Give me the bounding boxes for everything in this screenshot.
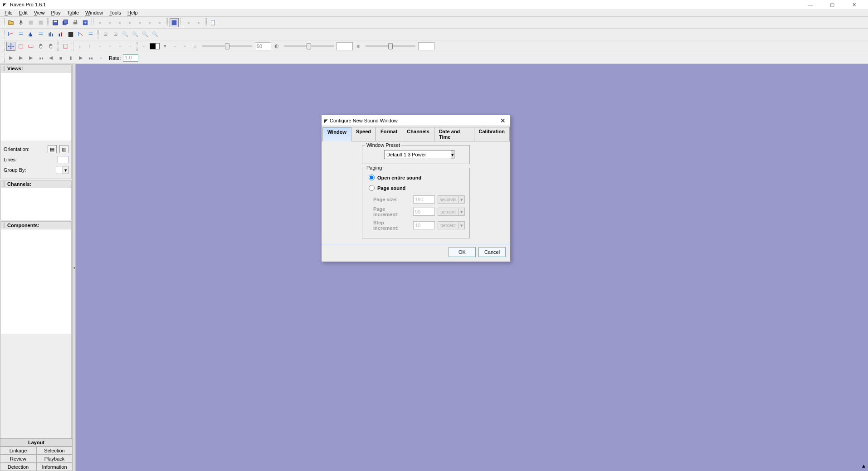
tb3-d2: ↑	[85, 42, 94, 51]
tab-detection[interactable]: Detection	[0, 463, 36, 471]
window-preset-combo[interactable]: ▾	[384, 150, 448, 159]
contrast-slider[interactable]	[284, 45, 334, 47]
open-entire-radio[interactable]	[369, 175, 375, 180]
print-button[interactable]	[71, 18, 80, 27]
menu-file[interactable]: File	[2, 10, 15, 16]
page-sound-label: Page sound	[377, 185, 405, 191]
tb2-5[interactable]	[46, 30, 55, 39]
tb3-e1: ▫	[140, 42, 149, 51]
dialog-tab-datetime[interactable]: Date and Time	[434, 127, 474, 141]
view-spectrogram-button[interactable]	[26, 30, 35, 39]
toolbar-1: ▫ ▫ ▫ ▫ ▫ ▫ ▫ ▫ ▫	[0, 17, 868, 29]
maximize-button[interactable]: ▢	[825, 2, 839, 8]
menu-window[interactable]: Window	[83, 10, 106, 16]
paging-legend: Paging	[365, 165, 383, 170]
ok-button[interactable]: OK	[449, 247, 476, 257]
groupby-label: Group By:	[4, 167, 53, 173]
tb2-8[interactable]	[76, 30, 85, 39]
menu-table[interactable]: Table	[64, 10, 82, 16]
grab-tool-button[interactable]	[46, 42, 55, 51]
cursor-select-button[interactable]	[16, 42, 25, 51]
svg-rect-7	[73, 22, 78, 24]
tb3-3[interactable]	[26, 42, 35, 51]
window-preset-input[interactable]	[384, 150, 451, 159]
components-list[interactable]	[1, 229, 71, 334]
svg-rect-6	[64, 19, 68, 24]
view-list-button[interactable]	[16, 30, 25, 39]
save-all-button[interactable]	[61, 18, 70, 27]
cursor-move-button[interactable]	[6, 42, 15, 51]
tb1-g2-5: ▫	[135, 18, 144, 27]
tb2-9[interactable]	[86, 30, 95, 39]
configure-sound-dialog: Configure New Sound Window ✕ Window Spee…	[321, 115, 511, 262]
svg-rect-18	[59, 34, 60, 36]
groupby-combo[interactable]: ▾	[56, 166, 68, 174]
menu-edit[interactable]: Edit	[16, 10, 30, 16]
tb1-g2-7: ▫	[155, 18, 164, 27]
dialog-tab-speed[interactable]: Speed	[351, 127, 376, 141]
tb2-4[interactable]	[36, 30, 45, 39]
tab-review[interactable]: Review	[0, 455, 36, 463]
close-button[interactable]: ✕	[847, 2, 861, 8]
window-preset-dropdown-button[interactable]: ▾	[451, 150, 454, 159]
menu-play[interactable]: Play	[48, 10, 63, 16]
slider-3[interactable]	[366, 45, 415, 47]
orientation-vert-button[interactable]: ▥	[59, 145, 68, 153]
brightness-icon: ☼	[190, 42, 200, 51]
views-list[interactable]	[1, 73, 71, 141]
open-file-button[interactable]	[6, 18, 15, 27]
tb2-zoom-1: ⊡	[101, 30, 110, 39]
svg-rect-13	[30, 32, 31, 36]
rate-label: Rate:	[109, 55, 121, 61]
dialog-tab-channels[interactable]: Channels	[402, 127, 434, 141]
export-button[interactable]	[81, 18, 90, 27]
tb1-g3-1: ▫	[184, 18, 193, 27]
menu-tools[interactable]: Tools	[107, 10, 124, 16]
save-button[interactable]	[51, 18, 60, 27]
tb3-d6: ▫	[125, 42, 134, 51]
tab-information[interactable]: Information	[36, 463, 73, 471]
tab-selection[interactable]: Selection	[36, 447, 73, 455]
new-page-button[interactable]	[209, 18, 218, 27]
rewind-button: ◀	[46, 53, 55, 63]
channels-list[interactable]	[1, 188, 71, 220]
tb1-toggle[interactable]	[170, 18, 179, 27]
brightness-slider[interactable]	[202, 45, 252, 47]
cancel-button[interactable]: Cancel	[478, 247, 506, 257]
play-sel-button: ▶	[26, 53, 35, 63]
record-button[interactable]	[16, 18, 25, 27]
dialog-tab-format[interactable]: Format	[375, 127, 402, 141]
tab-layout[interactable]: Layout	[0, 438, 73, 447]
svg-rect-22	[29, 45, 34, 47]
tb2-6[interactable]	[56, 30, 65, 39]
tab-linkage[interactable]: Linkage	[0, 447, 36, 455]
color-chip[interactable]	[150, 43, 160, 49]
contrast-value[interactable]	[336, 42, 353, 50]
page-sound-radio[interactable]	[369, 185, 375, 191]
page-size-unit: seconds▾	[438, 195, 465, 204]
slider3-value[interactable]	[418, 42, 434, 50]
dialog-tab-window[interactable]: Window	[322, 127, 351, 141]
svg-rect-14	[31, 34, 32, 36]
page-incr-unit: percent▾	[438, 208, 465, 216]
dialog-close-button[interactable]: ✕	[498, 117, 507, 124]
dialog-tabs: Window Speed Format Channels Date and Ti…	[322, 126, 510, 141]
rate-input[interactable]: 1.0	[123, 54, 138, 62]
menu-help[interactable]: Help	[125, 10, 141, 16]
tb2-7[interactable]	[66, 30, 75, 39]
tb1-g2-2: ▫	[105, 18, 114, 27]
brightness-value[interactable]: 50	[255, 42, 271, 50]
view-waveform-button[interactable]	[6, 30, 15, 39]
tb2-zoom-6: 🔍	[151, 30, 160, 39]
hand-tool-button[interactable]	[36, 42, 45, 51]
svg-rect-19	[61, 32, 62, 36]
minimize-button[interactable]: —	[804, 2, 817, 8]
dialog-tab-calibration[interactable]: Calibration	[474, 127, 510, 141]
orientation-horiz-button[interactable]: ▤	[48, 145, 57, 153]
lines-input[interactable]	[58, 156, 68, 163]
app-title: Raven Pro 1.6.1	[10, 2, 46, 7]
tb3-box[interactable]	[61, 42, 70, 51]
tab-playback[interactable]: Playback	[36, 455, 73, 463]
tb2-zoom-5: 🔍	[141, 30, 150, 39]
menu-view[interactable]: View	[31, 10, 48, 16]
